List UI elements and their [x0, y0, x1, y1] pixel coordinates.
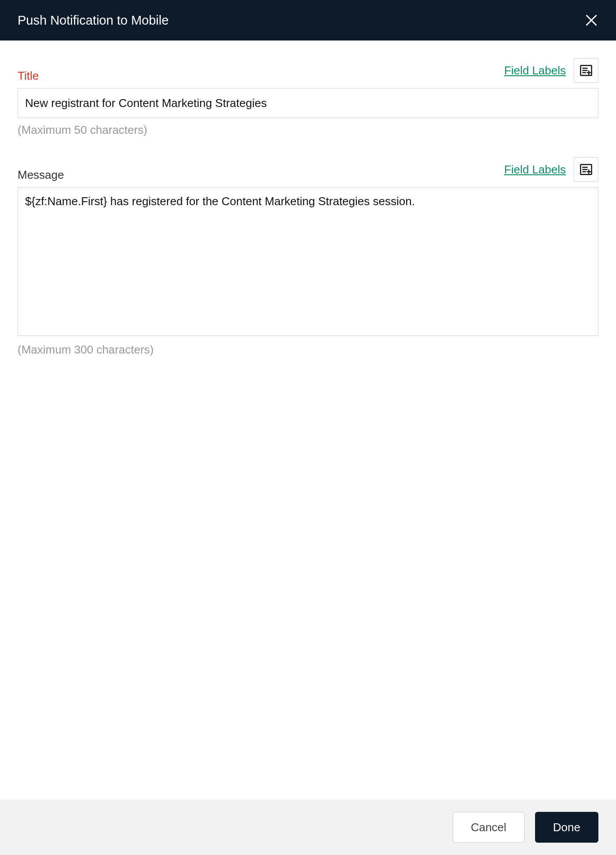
close-icon	[584, 13, 598, 27]
close-button[interactable]	[584, 13, 598, 27]
title-input[interactable]	[18, 88, 598, 118]
title-field-labels-link[interactable]: Field Labels	[504, 64, 566, 77]
modal-content: Title Field Labels (Maximum 50 character…	[0, 41, 616, 800]
modal-title: Push Notification to Mobile	[18, 13, 169, 28]
title-section: Title Field Labels (Maximum 50 character…	[18, 58, 598, 137]
title-field-row: Title Field Labels	[18, 58, 598, 83]
title-insert-variable-button[interactable]	[574, 58, 598, 83]
title-label: Title	[18, 69, 39, 83]
modal-footer: Cancel Done	[0, 800, 616, 855]
insert-variable-icon	[579, 64, 593, 77]
message-field-row: Message Field Labels	[18, 157, 598, 182]
message-section: Message Field Labels (Maximum 300 charac…	[18, 157, 598, 357]
message-insert-variable-button[interactable]	[574, 157, 598, 182]
title-helper-text: (Maximum 50 characters)	[18, 123, 598, 137]
modal-header: Push Notification to Mobile	[0, 0, 616, 41]
message-actions: Field Labels	[504, 157, 598, 182]
done-button[interactable]: Done	[535, 812, 598, 843]
message-field-labels-link[interactable]: Field Labels	[504, 163, 566, 177]
title-actions: Field Labels	[504, 58, 598, 83]
insert-variable-icon	[579, 163, 593, 176]
message-textarea[interactable]	[18, 187, 598, 336]
cancel-button[interactable]: Cancel	[453, 812, 524, 843]
message-label: Message	[18, 168, 64, 182]
message-helper-text: (Maximum 300 characters)	[18, 343, 598, 357]
